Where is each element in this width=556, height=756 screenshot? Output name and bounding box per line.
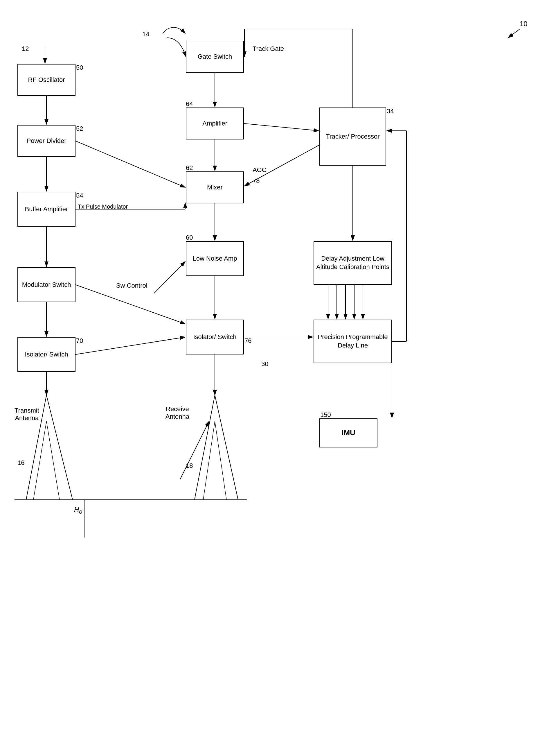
amplifier-ref: 64 — [186, 100, 193, 108]
svg-line-14 — [75, 337, 185, 355]
svg-line-43 — [195, 395, 215, 500]
precision-delay-label: Precision Programmable Delay Line — [314, 333, 391, 350]
imu-label: IMU — [341, 428, 355, 438]
agc-label: AGC — [253, 166, 267, 174]
delay-adjustment-block: Delay Adjustment Low Altitude Calibratio… — [314, 241, 392, 285]
modulator-switch-label: Modulator Switch — [22, 281, 71, 289]
precision-delay-block: Precision Programmable Delay Line — [314, 320, 392, 363]
rf-oscillator-ref: 50 — [76, 64, 83, 71]
buffer-amplifier-label: Buffer Amplifier — [25, 205, 68, 213]
tracker-processor-block: Tracker/ Processor — [319, 107, 386, 166]
rf-oscillator-label: RF Oscillator — [28, 76, 65, 84]
modulator-switch-block: Modulator Switch — [18, 267, 75, 302]
isolator-switch-rx-label: Isolator/ Switch — [193, 333, 236, 341]
isolator-switch-tx-block: Isolator/ Switch — [18, 337, 75, 372]
svg-line-46 — [203, 421, 215, 500]
svg-line-20 — [244, 124, 319, 131]
imu-ref: 150 — [320, 411, 331, 419]
delay-adjustment-label: Delay Adjustment Low Altitude Calibratio… — [314, 255, 391, 271]
h0-label: Ho — [74, 505, 82, 515]
svg-line-47 — [215, 421, 227, 500]
isolator-switch-tx-ref: 70 — [76, 337, 83, 344]
svg-line-11 — [154, 262, 185, 293]
buffer-amplifier-ref: 54 — [76, 192, 83, 199]
power-divider-block: Power Divider — [18, 125, 75, 157]
svg-line-2 — [508, 29, 520, 38]
amplifier-label: Amplifier — [202, 120, 227, 128]
power-divider-ref: 52 — [76, 125, 83, 132]
track-gate-label: Track Gate — [253, 45, 284, 53]
amplifier-block: Amplifier — [186, 107, 244, 139]
transmit-antenna-label: TransmitAntenna — [14, 407, 39, 422]
imu-block: IMU — [319, 418, 377, 448]
precision-delay-ref: 30 — [261, 360, 268, 368]
gate-switch-ref: 14 — [142, 31, 149, 38]
svg-line-44 — [215, 395, 238, 500]
tracker-processor-ref: 34 — [387, 107, 394, 115]
svg-line-8 — [75, 141, 185, 188]
isolator-switch-rx-ref: 76 — [244, 337, 251, 344]
diagram-arrows — [0, 0, 556, 756]
low-noise-amp-block: Low Noise Amp — [186, 241, 244, 276]
low-noise-amp-label: Low Noise Amp — [193, 255, 237, 263]
ref-16-label: 16 — [18, 459, 24, 467]
buffer-amplifier-block: Buffer Amplifier — [18, 192, 75, 227]
ref-18-label: 18 — [186, 462, 193, 469]
diagram-container: RF Oscillator 50 Power Divider 52 Buffer… — [0, 0, 556, 756]
low-noise-amp-ref: 60 — [186, 234, 193, 241]
tracker-processor-label: Tracker/ Processor — [326, 132, 380, 141]
svg-line-48 — [180, 421, 209, 480]
gate-switch-label: Gate Switch — [198, 53, 232, 61]
ref-12-label: 12 — [22, 45, 29, 53]
power-divider-label: Power Divider — [27, 137, 67, 145]
svg-line-12 — [75, 285, 185, 324]
svg-line-42 — [46, 421, 60, 500]
rf-oscillator-block: RF Oscillator — [18, 64, 75, 96]
isolator-switch-rx-block: Isolator/ Switch — [186, 320, 244, 355]
receive-antenna-label: ReceiveAntenna — [166, 405, 189, 420]
svg-line-39 — [46, 395, 73, 500]
mixer-block: Mixer — [186, 171, 244, 203]
ref-78-label: 78 — [253, 177, 259, 185]
gate-switch-block: Gate Switch — [186, 41, 244, 73]
ref-10-label: 10 — [520, 20, 527, 28]
svg-line-41 — [33, 421, 46, 500]
isolator-switch-tx-label: Isolator/ Switch — [25, 351, 68, 359]
mixer-ref: 62 — [186, 164, 193, 172]
sw-control-label: Sw Control — [116, 282, 147, 289]
tx-pulse-modulator-label: Tx Pulse Modulator — [78, 203, 128, 210]
mixer-label: Mixer — [207, 183, 223, 192]
